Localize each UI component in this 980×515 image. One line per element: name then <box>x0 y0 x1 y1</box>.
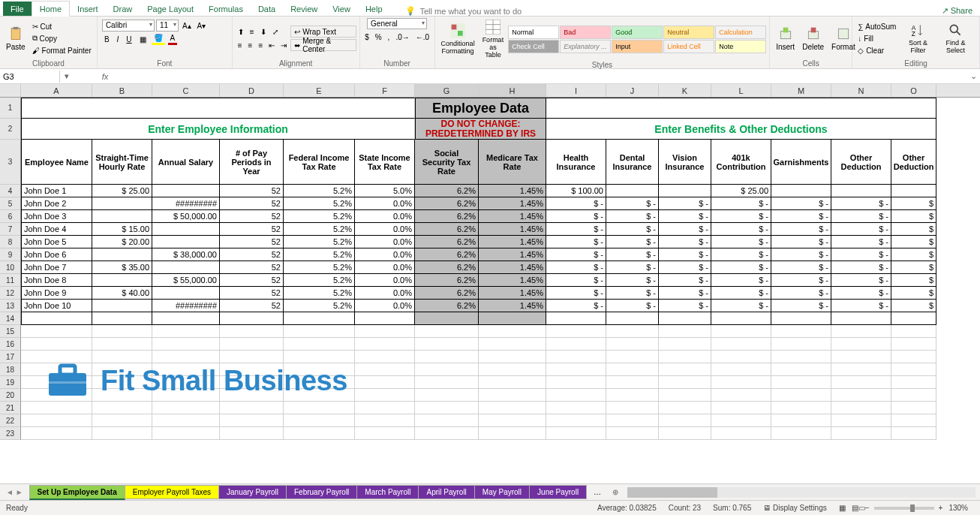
empty[interactable] <box>479 376 546 389</box>
font-color-button[interactable]: A <box>168 33 178 45</box>
medicare-tax[interactable]: 1.45% <box>479 223 546 236</box>
employee-name[interactable]: John Doe 3 <box>21 210 92 223</box>
style-input[interactable]: Input <box>612 40 663 53</box>
state-tax[interactable]: 0.0% <box>355 287 415 300</box>
annual-salary[interactable]: ######### <box>152 197 220 210</box>
other-deduction[interactable] <box>831 185 891 197</box>
style-explanatory[interactable]: Explanatory ... <box>560 40 611 53</box>
other-deduction[interactable]: $ - <box>831 274 891 287</box>
col-header-C[interactable]: C <box>152 84 220 97</box>
decrease-font-button[interactable]: A▾ <box>195 20 209 32</box>
dental-ins[interactable]: $ - <box>606 274 659 287</box>
pay-periods[interactable]: 52 <box>220 185 284 197</box>
empty[interactable] <box>415 351 479 363</box>
decrease-decimal-button[interactable]: ←.0 <box>413 31 431 43</box>
empty[interactable] <box>659 363 711 376</box>
empty[interactable] <box>415 363 479 376</box>
state-tax[interactable]: 0.0% <box>355 300 415 312</box>
underline-button[interactable]: U <box>124 33 134 45</box>
other-deduction2[interactable]: $ <box>891 300 936 312</box>
clear-button[interactable]: ◇ Clear <box>855 44 898 56</box>
row-header-3[interactable]: 3 <box>0 140 21 185</box>
row-header-12[interactable]: 12 <box>0 287 21 300</box>
hourly-rate[interactable]: $ 35.00 <box>92 261 152 274</box>
table-header[interactable]: Federal Income Tax Rate <box>284 140 355 185</box>
annual-salary[interactable] <box>152 236 220 248</box>
empty[interactable] <box>355 414 415 427</box>
tab-data[interactable]: Data <box>251 2 283 16</box>
empty[interactable] <box>659 312 711 325</box>
state-tax[interactable]: 0.0% <box>355 236 415 248</box>
sheet-tab-employer-taxes[interactable]: Employer Payroll Taxes <box>125 485 219 499</box>
empty[interactable] <box>284 402 355 414</box>
fed-tax[interactable]: 5.2% <box>284 197 355 210</box>
table-header[interactable]: Medicare Tax Rate <box>479 140 546 185</box>
empty[interactable] <box>711 325 771 338</box>
row-header-23[interactable]: 23 <box>0 427 21 440</box>
empty[interactable] <box>831 338 891 351</box>
table-header[interactable]: Annual Salary <box>152 140 220 185</box>
other-deduction[interactable]: $ - <box>831 300 891 312</box>
sort-filter-button[interactable]: AZSort & Filter <box>900 21 936 56</box>
zoom-level[interactable]: 130% <box>948 504 968 512</box>
font-size-select[interactable]: 11 <box>156 20 179 32</box>
employee-name[interactable]: John Doe 5 <box>21 236 92 248</box>
empty[interactable] <box>220 414 284 427</box>
row-header-14[interactable]: 14 <box>0 312 21 325</box>
empty[interactable] <box>355 338 415 351</box>
conditional-formatting-button[interactable]: Conditional Formatting <box>438 22 478 56</box>
empty[interactable] <box>479 402 546 414</box>
select-all-corner[interactable] <box>0 84 21 97</box>
dental-ins[interactable]: $ - <box>606 287 659 300</box>
state-tax[interactable]: 0.0% <box>355 223 415 236</box>
empty[interactable] <box>891 325 936 338</box>
ss-tax[interactable]: 6.2% <box>415 223 479 236</box>
tab-view[interactable]: View <box>325 2 358 16</box>
row-header-16[interactable]: 16 <box>0 338 21 351</box>
health-ins[interactable]: $ - <box>546 197 606 210</box>
enter-employee-info[interactable]: Enter Employee Information <box>21 119 415 140</box>
table-header[interactable]: Social Security Tax Rate <box>415 140 479 185</box>
medicare-tax[interactable]: 1.45% <box>479 261 546 274</box>
vision-ins[interactable]: $ - <box>659 210 711 223</box>
401k[interactable]: $ - <box>711 197 771 210</box>
vision-ins[interactable] <box>659 185 711 197</box>
empty[interactable] <box>891 414 936 427</box>
empty[interactable] <box>355 389 415 402</box>
empty[interactable] <box>479 363 546 376</box>
bold-button[interactable]: B <box>102 33 112 45</box>
empty[interactable] <box>891 312 936 325</box>
401k[interactable]: $ - <box>711 210 771 223</box>
garnishments[interactable] <box>771 185 831 197</box>
empty[interactable] <box>479 351 546 363</box>
row-header-11[interactable]: 11 <box>0 274 21 287</box>
pay-periods[interactable]: 52 <box>220 197 284 210</box>
style-check-cell[interactable]: Check Cell <box>508 40 559 53</box>
pay-periods[interactable]: 52 <box>220 248 284 261</box>
empty[interactable] <box>891 351 936 363</box>
dental-ins[interactable]: $ - <box>606 197 659 210</box>
other-deduction2[interactable]: $ <box>891 261 936 274</box>
employee-name[interactable]: John Doe 9 <box>21 287 92 300</box>
empty[interactable] <box>771 402 831 414</box>
health-ins[interactable]: $ - <box>546 300 606 312</box>
empty[interactable] <box>92 325 152 338</box>
401k[interactable]: $ - <box>711 274 771 287</box>
zoom-in-button[interactable]: + <box>939 504 943 512</box>
empty[interactable] <box>355 427 415 440</box>
empty[interactable] <box>711 363 771 376</box>
garnishments[interactable]: $ - <box>771 236 831 248</box>
zoom-out-button[interactable]: − <box>865 504 870 512</box>
sheet-add-button[interactable]: ⊕ <box>608 486 623 498</box>
vision-ins[interactable]: $ - <box>659 300 711 312</box>
table-header[interactable]: Garnishments <box>771 140 831 185</box>
table-header[interactable]: Dental Insurance <box>606 140 659 185</box>
empty[interactable] <box>659 427 711 440</box>
cut-button[interactable]: ✂Cut <box>30 20 94 32</box>
medicare-tax[interactable]: 1.45% <box>479 236 546 248</box>
tab-insert[interactable]: Insert <box>70 2 106 16</box>
table-header[interactable]: Other Deduction <box>891 140 936 185</box>
empty[interactable] <box>659 351 711 363</box>
empty[interactable] <box>415 338 479 351</box>
empty[interactable] <box>606 325 659 338</box>
